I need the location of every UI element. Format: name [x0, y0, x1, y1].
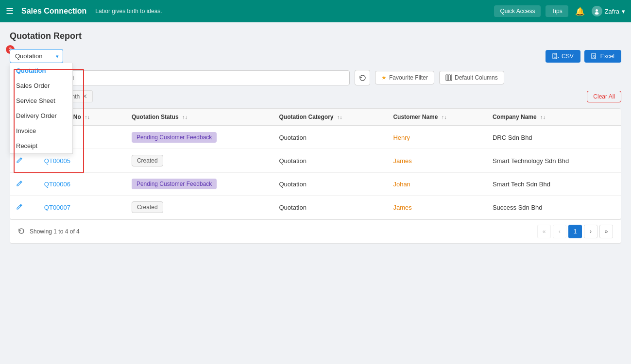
col-company-name[interactable]: Company Name ↑↓	[487, 109, 621, 126]
edit-icon[interactable]	[16, 204, 23, 212]
category-cell: Quotation	[273, 149, 387, 173]
company-cell: DRC Sdn Bhd	[487, 126, 621, 149]
default-columns-button[interactable]: Default Columns	[439, 71, 504, 84]
showing-text: Showing 1 to 4 of 4	[30, 228, 80, 235]
main-content: Quotation Report 3 Quotation Quotation S…	[0, 22, 631, 252]
dropdown-item-receipt[interactable]: Receipt	[10, 138, 72, 153]
sort-icon-status: ↑↓	[182, 114, 188, 120]
page-title: Quotation Report	[10, 31, 621, 41]
bell-icon[interactable]: 🔔	[573, 7, 587, 16]
category-cell: Quotation	[273, 196, 387, 219]
dropdown-item-sales-order[interactable]: Sales Order	[10, 78, 72, 93]
category-cell: Quotation	[273, 173, 387, 196]
category-cell: Quotation	[273, 126, 387, 149]
sort-icon-quotation-no: ↑↓	[85, 114, 90, 120]
quick-access-button[interactable]: Quick Access	[494, 5, 541, 17]
dropdown-menu: Quotation Sales Order Service Sheet Deli…	[10, 63, 73, 154]
filter-tags-row: Date Range : This Month ✕ Clear All	[10, 90, 621, 102]
customer-cell: James	[387, 149, 487, 173]
last-page-button[interactable]: »	[599, 225, 613, 238]
table-row: QT00001Pending Customer FeedbackQuotatio…	[10, 126, 621, 149]
sort-icon-category: ↑↓	[337, 114, 342, 120]
customer-cell: Henry	[387, 126, 487, 149]
user-avatar	[592, 6, 602, 17]
clear-all-button[interactable]: Clear All	[587, 91, 621, 102]
customer-cell: James	[387, 196, 487, 219]
dropdown-button[interactable]: Quotation	[10, 49, 63, 63]
edit-icon[interactable]	[16, 181, 23, 188]
data-table: # Quotation No ↑↓ Quotation Status ↑↓ Qu…	[10, 108, 621, 220]
excel-icon	[591, 53, 598, 60]
user-chevron: ▾	[622, 8, 625, 15]
status-badge: Created	[132, 201, 163, 213]
first-page-button[interactable]: «	[537, 225, 551, 238]
tips-button[interactable]: Tips	[546, 5, 568, 17]
table-header-row: # Quotation No ↑↓ Quotation Status ↑↓ Qu…	[10, 109, 621, 126]
report-type-dropdown[interactable]: 3 Quotation Quotation Sales Order Servic…	[10, 49, 63, 63]
table-row: QT00005CreatedQuotationJamesSmart Techno…	[10, 149, 621, 173]
menu-icon[interactable]: ☰	[6, 6, 14, 17]
refresh-footer-icon[interactable]	[18, 228, 25, 236]
excel-button[interactable]: Excel	[584, 50, 621, 63]
status-cell: Created	[126, 196, 273, 219]
edit-icon-cell[interactable]	[10, 173, 38, 196]
col-quotation-status[interactable]: Quotation Status ↑↓	[126, 109, 273, 126]
svg-point-0	[596, 9, 598, 12]
status-badge: Pending Customer Feedback	[132, 132, 217, 143]
col-quotation-category[interactable]: Quotation Category ↑↓	[273, 109, 387, 126]
username: Zafra	[605, 8, 619, 15]
status-badge: Pending Customer Feedback	[132, 179, 217, 189]
sort-icon-customer: ↑↓	[442, 114, 447, 120]
customer-cell: Johan	[387, 173, 487, 196]
excel-label: Excel	[600, 53, 614, 60]
brand-name: Sales Connection	[21, 7, 86, 16]
edit-icon[interactable]	[16, 157, 23, 165]
quotation-no-cell: QT00007	[38, 196, 126, 219]
company-cell: Success Sdn Bhd	[487, 196, 621, 219]
filter-tag-remove[interactable]: ✕	[82, 93, 87, 100]
company-cell: Smart Technology Sdn Bhd	[487, 149, 621, 173]
csv-icon	[552, 53, 559, 60]
export-buttons: CSV Excel	[546, 50, 621, 63]
status-badge: Created	[132, 155, 163, 166]
status-cell: Created	[126, 149, 273, 173]
favourite-filter-button[interactable]: ★ Favourite Filter	[375, 71, 434, 84]
pagination: « ‹ 1 › »	[537, 225, 613, 238]
toolbar-row: 3 Quotation Quotation Sales Order Servic…	[10, 49, 621, 63]
refresh-button[interactable]	[355, 70, 370, 85]
status-cell: Pending Customer Feedback	[126, 126, 273, 149]
svg-rect-6	[451, 75, 452, 81]
dropdown-label: Quotation	[15, 52, 42, 60]
svg-point-1	[595, 12, 599, 15]
svg-rect-4	[446, 75, 448, 81]
page-1-button[interactable]: 1	[568, 225, 582, 238]
table-row: QT00006Pending Customer FeedbackQuotatio…	[10, 173, 621, 196]
table-row: QT00007CreatedQuotationJamesSuccess Sdn …	[10, 196, 621, 219]
columns-icon	[445, 74, 452, 81]
dropdown-item-delivery-order[interactable]: Delivery Order	[10, 108, 72, 123]
favourite-filter-label: Favourite Filter	[389, 74, 428, 81]
dropdown-item-service-sheet[interactable]: Service Sheet	[10, 93, 72, 108]
dropdown-item-invoice[interactable]: Invoice	[10, 123, 72, 138]
prev-page-button[interactable]: ‹	[553, 225, 566, 238]
user-menu[interactable]: Zafra ▾	[592, 6, 625, 17]
csv-button[interactable]: CSV	[546, 50, 580, 63]
quotation-no-cell: QT00006	[38, 173, 126, 196]
default-columns-label: Default Columns	[455, 74, 498, 81]
edit-icon-cell[interactable]	[10, 196, 38, 219]
top-navigation: ☰ Sales Connection Labor gives birth to …	[0, 0, 631, 22]
svg-rect-5	[448, 75, 450, 81]
table-footer: Showing 1 to 4 of 4 « ‹ 1 › »	[10, 220, 621, 244]
next-page-button[interactable]: ›	[584, 225, 597, 238]
status-cell: Pending Customer Feedback	[126, 173, 273, 196]
col-customer-name[interactable]: Customer Name ↑↓	[387, 109, 487, 126]
page-wrapper: ☰ Sales Connection Labor gives birth to …	[0, 0, 631, 364]
refresh-icon	[359, 74, 366, 82]
star-icon: ★	[381, 74, 387, 81]
search-row: ★ Favourite Filter Default Columns	[10, 70, 621, 85]
tagline: Labor gives birth to ideas.	[95, 8, 162, 15]
dropdown-item-quotation[interactable]: Quotation	[10, 63, 72, 78]
csv-label: CSV	[562, 53, 574, 60]
company-cell: Smart Tech Sdn Bhd	[487, 173, 621, 196]
sort-icon-company: ↑↓	[540, 114, 546, 120]
